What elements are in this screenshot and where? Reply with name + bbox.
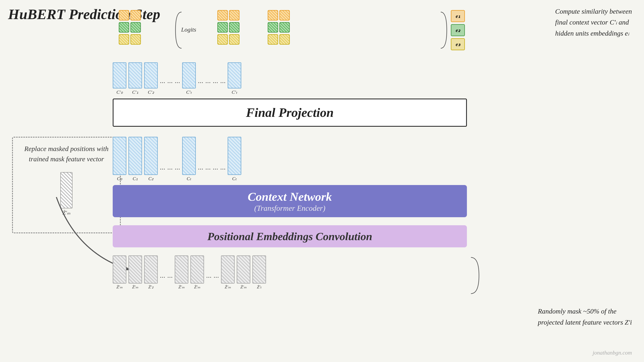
cvec-2-bar — [144, 137, 158, 175]
cvec-2-label: C₂ — [148, 176, 154, 181]
zvec-dots2: ··· — [167, 273, 173, 290]
zvec-m2: Ż'ₘ — [175, 255, 188, 290]
zvec-m4: Ż'ₘ — [221, 255, 235, 290]
cvec-dots6: ··· — [213, 165, 218, 181]
cvec-dots1: ··· — [160, 165, 165, 181]
cvec-prime-0-label: C'₀ — [116, 89, 122, 95]
context-network-sub: (Transformer Encoder) — [254, 204, 326, 213]
zvec-m1-bar — [128, 255, 142, 284]
zvec-m3-bar — [190, 255, 204, 284]
cvec-prime-dots4: ··· — [198, 78, 203, 95]
context-vec-prime-row: C'₀ C'₁ C'₂ ··· ··· ··· C'ₜ ··· ··· ··· … — [113, 62, 241, 95]
watermark: jonathanbgn.com — [593, 350, 632, 356]
logit-cell-y1 — [119, 34, 129, 45]
logit-g3-o2 — [279, 10, 290, 20]
zvec-m5-bar — [237, 255, 250, 284]
z-vec-row: Ż'ₘ Ż'ₘ Ż'₂ ··· ··· Ż'ₘ Ż'ₘ ··· ··· Ż'ₘ … — [113, 255, 266, 290]
cvec-prime-t-label: C'ₜ — [186, 89, 192, 95]
logit-cell-o1 — [119, 10, 129, 20]
context-vec-row: C₀ C₁ C₂ ··· ··· ··· Cₜ ··· ··· ··· ··· … — [113, 137, 241, 181]
cvec-T-label: Cₜ — [232, 176, 237, 181]
cvec-dots2: ··· — [167, 165, 173, 181]
context-network-title: Context Network — [248, 190, 332, 204]
cvec-dots3: ··· — [175, 165, 180, 181]
cvec-prime-2: C'₂ — [144, 62, 158, 95]
zvec-m1: Ż'ₘ — [128, 255, 142, 290]
logit-cell-g2 — [130, 22, 141, 32]
logit-group-2 — [217, 10, 240, 45]
cvec-prime-T-label: C'ₜ — [232, 89, 237, 95]
zvec-T-bar — [252, 255, 266, 284]
e1-box: e₁ — [451, 10, 465, 22]
cvec-t: Cₜ — [182, 137, 196, 181]
cvec-prime-dots3: ··· — [175, 78, 180, 95]
logit-g2-o1 — [217, 10, 228, 20]
annotation-right: Compute similarity between final context… — [555, 6, 632, 39]
cvec-2: C₂ — [144, 137, 158, 181]
zvec-m1-label: Ż'ₘ — [132, 284, 138, 290]
dashed-box: Replace masked positions with trained ma… — [12, 137, 121, 233]
logit-g2-o2 — [229, 10, 240, 20]
cvec-prime-1-label: C'₁ — [132, 89, 138, 95]
logit-g2-g1 — [217, 22, 228, 32]
e-boxes: e₁ e₂ e₃ — [451, 10, 465, 50]
cvec-0: C₀ — [113, 137, 126, 181]
cvec-1-bar — [128, 137, 142, 175]
cvec-prime-dots2: ··· — [167, 78, 173, 95]
zvec-m0-bar — [113, 255, 126, 284]
cvec-prime-0: C'₀ — [113, 62, 126, 95]
cvec-prime-T: C'ₜ — [228, 62, 241, 95]
cvec-prime-2-label: C'₂ — [148, 89, 154, 95]
positional-embeddings-box: Positional Embeddings Convolution — [113, 225, 467, 247]
zvec-T: Ż'ₜ — [252, 255, 266, 290]
cvec-prime-2-bar — [144, 62, 158, 88]
final-projection-box: Final Projection — [113, 98, 467, 127]
final-projection-label: Final Projection — [246, 105, 334, 120]
e3-box: e₃ — [451, 38, 465, 50]
cvec-prime-dots5: ··· — [205, 78, 211, 95]
z-vec-brace — [469, 255, 485, 296]
cvec-0-bar — [113, 137, 126, 175]
zvec-m0: Ż'ₘ — [113, 255, 126, 290]
zvec-m2-bar — [175, 255, 188, 284]
cvec-prime-t-bar — [182, 62, 196, 88]
logit-g3-y1 — [268, 34, 278, 45]
logit-g3-o1 — [268, 10, 278, 20]
cvec-T: Cₜ — [228, 137, 241, 181]
zvec-m2-label: Ż'ₘ — [178, 284, 185, 290]
zvec-m4-label: Ż'ₘ — [225, 284, 231, 290]
dashed-box-text: Replace masked positions with trained ma… — [19, 144, 114, 164]
logit-cell-o2 — [130, 10, 141, 20]
logit-g3-g2 — [279, 22, 290, 32]
zvec-dots1: ··· — [160, 273, 165, 290]
mask-vector-small: Ż'ₘ — [60, 172, 72, 208]
e-boxes-brace — [439, 10, 449, 50]
cvec-dots5: ··· — [205, 165, 211, 181]
cvec-dots7: ··· — [220, 165, 226, 181]
zvec-m3: Ż'ₘ — [190, 255, 204, 290]
logit-g3-y2 — [279, 34, 290, 45]
cvec-prime-dots6: ··· — [213, 78, 218, 95]
zvec-T-label: Ż'ₜ — [257, 284, 262, 290]
cvec-prime-dots1: ··· — [160, 78, 165, 95]
zvec-m5: Ż'ₘ — [237, 255, 250, 290]
zvec-m5-label: Ż'ₘ — [240, 284, 247, 290]
cvec-t-label: Cₜ — [186, 176, 191, 181]
cvec-prime-0-bar — [113, 62, 126, 88]
zvec-m4-bar — [221, 255, 235, 284]
zvec-m3-label: Ż'ₘ — [194, 284, 200, 290]
logit-group-3 — [268, 10, 290, 45]
logit-g2-g2 — [229, 22, 240, 32]
cvec-prime-1: C'₁ — [128, 62, 142, 95]
cvec-prime-dots7: ··· — [220, 78, 226, 95]
logit-g2-y1 — [217, 34, 228, 45]
zvec-2-bar — [144, 255, 158, 284]
cvec-dots4: ··· — [198, 165, 203, 181]
logit-g2-y2 — [229, 34, 240, 45]
cvec-prime-T-bar — [228, 62, 241, 88]
logit-g3-g1 — [268, 22, 278, 32]
zvec-dots4: ··· — [214, 273, 219, 290]
e2-box: e₂ — [451, 24, 465, 36]
logit-group-1 — [119, 10, 141, 45]
cvec-0-label: C₀ — [117, 176, 122, 181]
